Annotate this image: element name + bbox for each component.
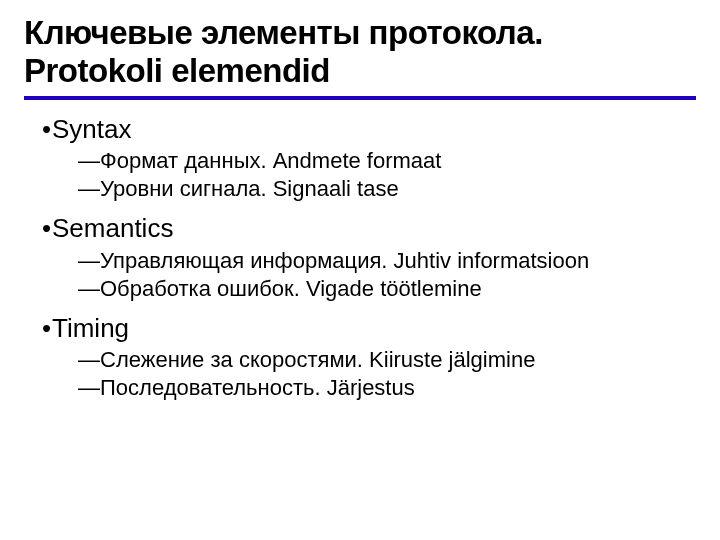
list-subitem: — Управляющая информация. Juhtiv informa… bbox=[24, 247, 696, 275]
sublist: — Формат данных. Andmete formaat — Уровн… bbox=[24, 147, 696, 203]
dash-icon: — bbox=[78, 346, 100, 374]
list-subitem-label: Последовательность. Järjestus bbox=[100, 374, 415, 402]
list-subitem-label: Обработка ошибок. Vigade töötlemine bbox=[100, 275, 482, 303]
dash-icon: — bbox=[78, 175, 100, 203]
list-subitem-label: Управляющая информация. Juhtiv informats… bbox=[100, 247, 589, 275]
list-subitem: — Обработка ошибок. Vigade töötlemine bbox=[24, 275, 696, 303]
list-item: • Timing bbox=[24, 313, 696, 344]
dash-icon: — bbox=[78, 247, 100, 275]
dash-icon: — bbox=[78, 374, 100, 402]
dash-icon: — bbox=[78, 147, 100, 175]
title-line-1: Ключевые элементы протокола. bbox=[24, 14, 543, 51]
list-subitem-label: Формат данных. Andmete formaat bbox=[100, 147, 441, 175]
title-underline bbox=[24, 96, 696, 100]
list-item: • Semantics bbox=[24, 213, 696, 244]
list-item-label: Syntax bbox=[52, 114, 132, 145]
bullet-icon: • bbox=[24, 114, 52, 145]
title-line-2: Protokoli elemendid bbox=[24, 52, 330, 89]
list-subitem: — Слежение за скоростями. Kiiruste jälgi… bbox=[24, 346, 696, 374]
bullet-list: • Syntax — Формат данных. Andmete formaa… bbox=[24, 114, 696, 403]
list-item-label: Semantics bbox=[52, 213, 173, 244]
bullet-icon: • bbox=[24, 213, 52, 244]
sublist: — Слежение за скоростями. Kiiruste jälgi… bbox=[24, 346, 696, 402]
slide-title: Ключевые элементы протокола. Protokoli e… bbox=[24, 14, 696, 90]
sublist: — Управляющая информация. Juhtiv informa… bbox=[24, 247, 696, 303]
list-subitem: — Формат данных. Andmete formaat bbox=[24, 147, 696, 175]
slide: Ключевые элементы протокола. Protokoli e… bbox=[0, 0, 720, 540]
list-item-label: Timing bbox=[52, 313, 129, 344]
list-subitem-label: Слежение за скоростями. Kiiruste jälgimi… bbox=[100, 346, 535, 374]
list-subitem: — Уровни сигнала. Signaali tase bbox=[24, 175, 696, 203]
bullet-icon: • bbox=[24, 313, 52, 344]
list-subitem: — Последовательность. Järjestus bbox=[24, 374, 696, 402]
list-item: • Syntax bbox=[24, 114, 696, 145]
dash-icon: — bbox=[78, 275, 100, 303]
list-subitem-label: Уровни сигнала. Signaali tase bbox=[100, 175, 399, 203]
